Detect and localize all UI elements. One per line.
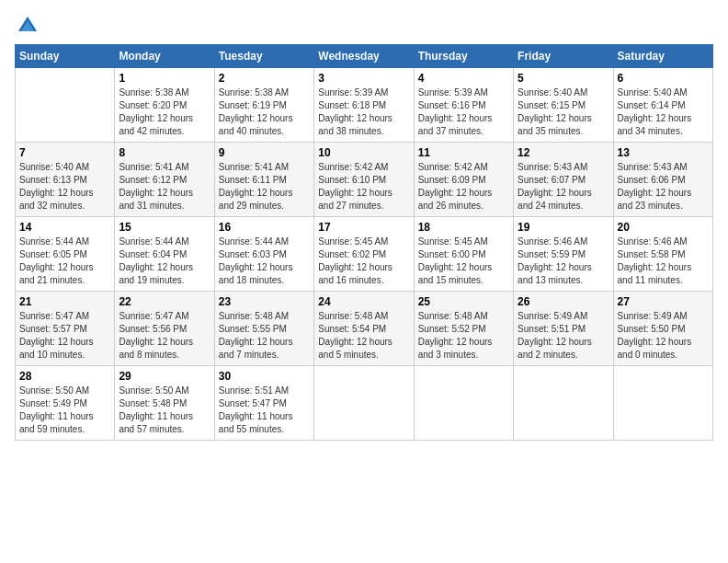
day-number: 10: [318, 146, 409, 159]
day-number: 5: [518, 72, 609, 85]
day-info: Sunrise: 5:40 AMSunset: 6:14 PMDaylight:…: [618, 86, 709, 138]
day-number: 9: [219, 146, 310, 159]
day-info: Sunrise: 5:38 AMSunset: 6:20 PMDaylight:…: [119, 86, 210, 138]
day-number: 16: [219, 221, 310, 234]
day-info: Sunrise: 5:39 AMSunset: 6:16 PMDaylight:…: [418, 86, 509, 138]
calendar-cell: 6Sunrise: 5:40 AMSunset: 6:14 PMDaylight…: [613, 68, 712, 143]
calendar-cell: 23Sunrise: 5:48 AMSunset: 5:55 PMDayligh…: [214, 292, 313, 366]
day-number: 14: [19, 221, 110, 234]
day-number: 22: [119, 295, 210, 308]
day-info: Sunrise: 5:44 AMSunset: 6:03 PMDaylight:…: [219, 236, 310, 287]
day-info: Sunrise: 5:44 AMSunset: 6:05 PMDaylight:…: [19, 236, 110, 287]
calendar-cell: 28Sunrise: 5:50 AMSunset: 5:49 PMDayligh…: [16, 366, 115, 441]
day-info: Sunrise: 5:42 AMSunset: 6:09 PMDaylight:…: [418, 161, 509, 213]
day-info: Sunrise: 5:50 AMSunset: 5:49 PMDaylight:…: [19, 385, 110, 436]
day-info: Sunrise: 5:48 AMSunset: 5:55 PMDaylight:…: [219, 310, 310, 362]
day-info: Sunrise: 5:51 AMSunset: 5:47 PMDaylight:…: [219, 385, 310, 436]
day-info: Sunrise: 5:49 AMSunset: 5:50 PMDaylight:…: [618, 310, 709, 362]
day-number: 13: [618, 146, 709, 159]
calendar-cell: 9Sunrise: 5:41 AMSunset: 6:11 PMDaylight…: [214, 143, 313, 217]
calendar-week-3: 14Sunrise: 5:44 AMSunset: 6:05 PMDayligh…: [16, 217, 713, 292]
page-header: [15, 15, 713, 33]
calendar-cell: [16, 68, 115, 143]
weekday-header-row: SundayMondayTuesdayWednesdayThursdayFrid…: [16, 45, 713, 68]
day-info: Sunrise: 5:45 AMSunset: 6:02 PMDaylight:…: [318, 236, 409, 287]
day-number: 12: [518, 146, 609, 159]
calendar-cell: 11Sunrise: 5:42 AMSunset: 6:09 PMDayligh…: [414, 143, 513, 217]
day-number: 23: [219, 295, 310, 308]
calendar-cell: 3Sunrise: 5:39 AMSunset: 6:18 PMDaylight…: [314, 68, 414, 143]
calendar-week-1: 1Sunrise: 5:38 AMSunset: 6:20 PMDaylight…: [16, 68, 713, 143]
calendar-cell: 7Sunrise: 5:40 AMSunset: 6:13 PMDaylight…: [16, 143, 115, 217]
day-number: 7: [19, 146, 110, 159]
logo: [15, 15, 40, 33]
day-number: 18: [418, 221, 509, 234]
calendar-cell: [514, 366, 613, 441]
calendar-cell: 5Sunrise: 5:40 AMSunset: 6:15 PMDaylight…: [514, 68, 613, 143]
calendar-cell: 13Sunrise: 5:43 AMSunset: 6:06 PMDayligh…: [613, 143, 712, 217]
calendar-cell: [314, 366, 414, 441]
day-info: Sunrise: 5:48 AMSunset: 5:54 PMDaylight:…: [318, 310, 409, 362]
calendar-cell: 8Sunrise: 5:41 AMSunset: 6:12 PMDaylight…: [115, 143, 214, 217]
day-number: 29: [119, 370, 210, 383]
calendar-cell: 21Sunrise: 5:47 AMSunset: 5:57 PMDayligh…: [16, 292, 115, 366]
day-number: 3: [318, 72, 409, 85]
calendar-cell: [613, 366, 712, 441]
day-info: Sunrise: 5:43 AMSunset: 6:06 PMDaylight:…: [618, 161, 709, 213]
weekday-header-sunday: Sunday: [16, 45, 115, 68]
day-number: 15: [119, 221, 210, 234]
calendar-cell: 24Sunrise: 5:48 AMSunset: 5:54 PMDayligh…: [314, 292, 414, 366]
calendar-cell: 18Sunrise: 5:45 AMSunset: 6:00 PMDayligh…: [414, 217, 513, 292]
weekday-header-wednesday: Wednesday: [314, 45, 414, 68]
weekday-header-monday: Monday: [115, 45, 214, 68]
day-info: Sunrise: 5:39 AMSunset: 6:18 PMDaylight:…: [318, 86, 409, 138]
day-info: Sunrise: 5:47 AMSunset: 5:57 PMDaylight:…: [19, 310, 110, 362]
logo-icon: [17, 15, 39, 33]
day-number: 28: [19, 370, 110, 383]
calendar-cell: 22Sunrise: 5:47 AMSunset: 5:56 PMDayligh…: [115, 292, 214, 366]
day-info: Sunrise: 5:40 AMSunset: 6:13 PMDaylight:…: [19, 161, 110, 213]
day-number: 2: [219, 72, 310, 85]
calendar-cell: 19Sunrise: 5:46 AMSunset: 5:59 PMDayligh…: [514, 217, 613, 292]
weekday-header-saturday: Saturday: [613, 45, 712, 68]
day-number: 21: [19, 295, 110, 308]
day-number: 24: [318, 295, 409, 308]
day-info: Sunrise: 5:38 AMSunset: 6:19 PMDaylight:…: [219, 86, 310, 138]
weekday-header-thursday: Thursday: [414, 45, 513, 68]
calendar-table: SundayMondayTuesdayWednesdayThursdayFrid…: [15, 44, 713, 441]
calendar-week-4: 21Sunrise: 5:47 AMSunset: 5:57 PMDayligh…: [16, 292, 713, 366]
day-info: Sunrise: 5:46 AMSunset: 5:58 PMDaylight:…: [618, 236, 709, 287]
calendar-cell: 16Sunrise: 5:44 AMSunset: 6:03 PMDayligh…: [214, 217, 313, 292]
day-number: 30: [219, 370, 310, 383]
calendar-week-2: 7Sunrise: 5:40 AMSunset: 6:13 PMDaylight…: [16, 143, 713, 217]
calendar-cell: 15Sunrise: 5:44 AMSunset: 6:04 PMDayligh…: [115, 217, 214, 292]
day-number: 25: [418, 295, 509, 308]
calendar-cell: 10Sunrise: 5:42 AMSunset: 6:10 PMDayligh…: [314, 143, 414, 217]
day-info: Sunrise: 5:40 AMSunset: 6:15 PMDaylight:…: [518, 86, 609, 138]
calendar-cell: 27Sunrise: 5:49 AMSunset: 5:50 PMDayligh…: [613, 292, 712, 366]
day-number: 11: [418, 146, 509, 159]
day-number: 6: [618, 72, 709, 85]
day-info: Sunrise: 5:41 AMSunset: 6:11 PMDaylight:…: [219, 161, 310, 213]
calendar-cell: 12Sunrise: 5:43 AMSunset: 6:07 PMDayligh…: [514, 143, 613, 217]
day-number: 4: [418, 72, 509, 85]
calendar-cell: 29Sunrise: 5:50 AMSunset: 5:48 PMDayligh…: [115, 366, 214, 441]
calendar-week-5: 28Sunrise: 5:50 AMSunset: 5:49 PMDayligh…: [16, 366, 713, 441]
day-info: Sunrise: 5:43 AMSunset: 6:07 PMDaylight:…: [518, 161, 609, 213]
day-info: Sunrise: 5:44 AMSunset: 6:04 PMDaylight:…: [119, 236, 210, 287]
calendar-cell: 1Sunrise: 5:38 AMSunset: 6:20 PMDaylight…: [115, 68, 214, 143]
day-info: Sunrise: 5:48 AMSunset: 5:52 PMDaylight:…: [418, 310, 509, 362]
day-info: Sunrise: 5:50 AMSunset: 5:48 PMDaylight:…: [119, 385, 210, 436]
calendar-cell: 20Sunrise: 5:46 AMSunset: 5:58 PMDayligh…: [613, 217, 712, 292]
calendar-cell: 25Sunrise: 5:48 AMSunset: 5:52 PMDayligh…: [414, 292, 513, 366]
day-number: 20: [618, 221, 709, 234]
calendar-cell: 30Sunrise: 5:51 AMSunset: 5:47 PMDayligh…: [214, 366, 313, 441]
day-number: 1: [119, 72, 210, 85]
calendar-cell: 26Sunrise: 5:49 AMSunset: 5:51 PMDayligh…: [514, 292, 613, 366]
calendar-cell: 2Sunrise: 5:38 AMSunset: 6:19 PMDaylight…: [214, 68, 313, 143]
calendar-cell: [414, 366, 513, 441]
calendar-cell: 17Sunrise: 5:45 AMSunset: 6:02 PMDayligh…: [314, 217, 414, 292]
day-number: 26: [518, 295, 609, 308]
day-number: 19: [518, 221, 609, 234]
calendar-cell: 14Sunrise: 5:44 AMSunset: 6:05 PMDayligh…: [16, 217, 115, 292]
